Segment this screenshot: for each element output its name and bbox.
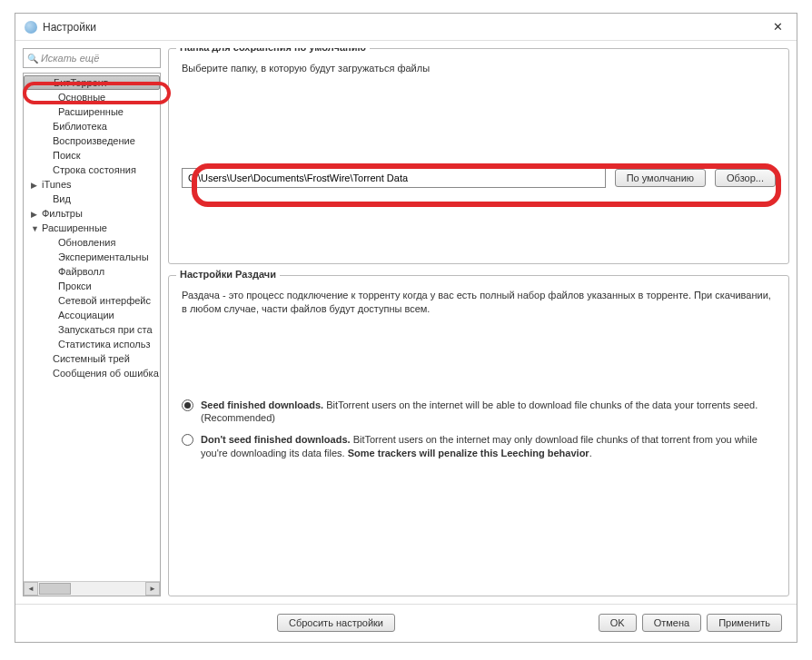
tree-item[interactable]: Библиотека [24,119,160,133]
radio-dont-seed-label: Don't seed finished downloads. BitTorren… [201,433,776,459]
close-icon[interactable] [773,20,787,34]
tree-item[interactable]: ▼Расширенные [24,221,160,235]
tree-item[interactable]: ▶iTunes [24,177,160,192]
tree-item[interactable]: БитТоррент [24,75,160,90]
scroll-right-icon[interactable]: ► [145,582,160,596]
tree-item[interactable]: Поиск [24,148,160,163]
tree-item[interactable]: Прокси [24,279,160,293]
tree-item[interactable]: Вид [24,192,160,206]
browse-button[interactable]: Обзор... [715,169,776,187]
default-button[interactable]: По умолчанию [615,169,706,187]
seeding-settings-group: Настройки Раздачи Раздача - это процесс … [168,275,789,596]
tree-item[interactable]: Ассоциации [24,308,160,322]
tree-item[interactable]: Расширенные [24,104,160,119]
dont-seed-option-row[interactable]: Don't seed finished downloads. BitTorren… [182,433,776,459]
group-desc: Выберите папку, в которую будут загружат… [182,62,776,75]
group-desc: Раздача - это процесс подключение к торр… [182,289,776,317]
tree-item[interactable]: Статистика использ [24,337,160,351]
tree-item[interactable]: Строка состояния [24,163,160,177]
reset-settings-button[interactable]: Сбросить настройки [277,614,395,632]
sidebar: Искать ещё БитТоррентОсновныеРасширенные… [23,48,161,596]
category-tree: БитТоррентОсновныеРасширенныеБиблиотекаВ… [23,73,161,596]
settings-window: Настройки Искать ещё БитТоррентОсновныеР… [15,13,797,643]
tree-item[interactable]: Экспериментальны [24,250,160,264]
titlebar: Настройки [15,14,797,41]
tree-item[interactable]: Основные [24,90,160,104]
tree-item[interactable]: Воспроизведение [24,133,160,148]
tree-item[interactable]: Сообщения об ошибка [24,366,160,380]
radio-seed-label: Seed finished downloads. BitTorrent user… [201,399,776,425]
seed-option-row[interactable]: Seed finished downloads. BitTorrent user… [182,399,776,425]
search-input[interactable]: Искать ещё [23,48,161,68]
tree-scrollbar-horizontal[interactable]: ◄ ► [24,581,160,596]
tree-item[interactable]: Обновления [24,235,160,250]
main-panel: Папка для сохранения по умолчанию Выбери… [168,48,789,596]
default-save-folder-group: Папка для сохранения по умолчанию Выбери… [168,48,789,264]
scroll-thumb[interactable] [39,583,71,595]
radio-dont-seed[interactable] [182,434,193,446]
content-area: Искать ещё БитТоррентОсновныеРасширенные… [15,41,797,604]
tree-item[interactable]: ▶Фильтры [24,206,160,221]
window-title: Настройки [43,21,773,34]
save-path-input[interactable] [182,168,606,188]
group-legend: Папка для сохранения по умолчанию [176,48,370,53]
app-icon [25,21,37,34]
radio-seed[interactable] [182,399,193,411]
tree-item[interactable]: Сетевой интерфейс [24,293,160,308]
tree-item[interactable]: Системный трей [24,351,160,366]
ok-button[interactable]: OK [599,614,637,632]
apply-button[interactable]: Применить [707,614,782,632]
cancel-button[interactable]: Отмена [642,614,701,632]
tree-item[interactable]: Запускаться при ста [24,322,160,337]
tree-item[interactable]: Файрволл [24,264,160,279]
scroll-left-icon[interactable]: ◄ [24,582,38,596]
dialog-footer: Сбросить настройки OK Отмена Применить [15,604,797,640]
group-legend: Настройки Раздачи [176,269,280,280]
